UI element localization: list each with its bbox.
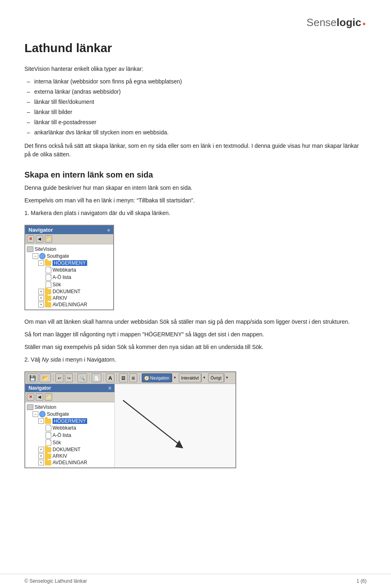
nav2-interaktivt-group: Interaktivt ▼ <box>179 373 207 382</box>
tree-label-hogermeny: HÖGERMENY <box>53 260 87 266</box>
navigation-label: Navigation <box>150 376 169 380</box>
section1-desc1: Denna guide beskriver hur man skapar en … <box>24 184 367 192</box>
expand2-btn-arkiv[interactable] <box>38 453 44 459</box>
nav-toolbar-1: ✕ ◀ 📁 <box>25 234 113 244</box>
step2-text2: i menyn i Navigatorn. <box>62 356 116 363</box>
separator-6 <box>139 374 140 382</box>
list-item: länkar till bilder <box>24 108 367 116</box>
tree-label-avdelningar: AVDELNINGAR <box>53 302 87 307</box>
tree2-label-avdelningar: AVDELNINGAR <box>53 460 87 465</box>
nav2-font-btn[interactable]: A <box>106 373 114 382</box>
nav-back-btn[interactable]: ◀ <box>36 235 43 243</box>
separator-3 <box>89 374 90 382</box>
tree-label-webbkarta: Webbkarta <box>53 267 76 273</box>
nav2-undo-btn[interactable]: ↩ <box>55 373 64 382</box>
step2-italic: Ny sida <box>42 356 61 363</box>
expand2-btn-southgate[interactable] <box>33 411 38 417</box>
nav2-ovrigt-group: Övrigt ▼ <box>208 373 230 382</box>
expand2-btn-dokument[interactable] <box>38 447 44 452</box>
list-item: länkar till e-postadresser <box>24 118 367 127</box>
expand-btn-arkiv[interactable] <box>38 295 44 301</box>
tree-item-sitevision: SiteVision <box>27 246 112 252</box>
expand-btn-dokument[interactable] <box>38 289 44 294</box>
tree2-item-hogermeny[interactable]: HÖGERMENY <box>27 418 113 424</box>
page2-icon-webbkarta <box>46 425 51 431</box>
tree-item-sok: Sök <box>27 281 112 288</box>
logo-sense: Sense <box>307 16 337 29</box>
nav2-interaktivt-arrow[interactable]: ▼ <box>201 373 207 382</box>
tree-item-webbkarta: Webbkarta <box>27 266 112 274</box>
nav2-close-btn[interactable]: ✕ <box>27 393 34 401</box>
navigation-icon: 🧭 <box>144 376 149 380</box>
page-icon-aolista <box>46 274 51 281</box>
nav2-menu-icon: ≡ <box>108 385 111 391</box>
nav2-folder-btn2[interactable]: 📁 <box>45 393 52 401</box>
nav2-navigation-arrow[interactable]: ▼ <box>172 373 178 382</box>
folder-icon-avdelningar <box>45 302 51 307</box>
expand-btn-avdelningar[interactable] <box>38 302 44 307</box>
step1: 1. Markera den plats i navigatorn där du… <box>24 209 367 217</box>
folder2-icon-arkiv <box>45 454 51 459</box>
tree-label: SiteVision <box>35 246 56 252</box>
step1-text: Markera den plats i navigatorn där du vi… <box>31 210 170 216</box>
expand2-btn-avdelningar[interactable] <box>38 460 44 465</box>
list-item: länkar till filer/dokument <box>24 98 367 106</box>
tree2-label-sok: Sök <box>53 440 61 445</box>
navigator-title-bar-1: Navigator ≡ <box>25 226 113 234</box>
step2-num: 2. <box>24 356 29 363</box>
separator-2 <box>75 374 75 382</box>
list-item: ankarlänkar dvs länkar till stycken inom… <box>24 128 367 137</box>
nav-folder-btn[interactable]: 📁 <box>45 235 52 243</box>
nav2-interaktivt-btn[interactable]: Interaktivt <box>179 373 201 382</box>
step2-text: Välj <box>31 356 40 363</box>
section1-heading: Skapa en intern länk som en sida <box>24 170 367 180</box>
intro-lead: SiteVision hanterar enkelt olika typer a… <box>24 65 367 73</box>
nav2-redo-btn[interactable]: ↪ <box>65 373 73 382</box>
nav2-page-btn[interactable]: 📄 <box>92 373 101 382</box>
nav2-save-btn[interactable]: 💾 <box>27 373 38 382</box>
globe-icon <box>39 253 46 259</box>
folder2-icon-dokument <box>45 447 51 452</box>
tree-label-aolista: A-Ö lista <box>53 274 71 280</box>
nav2-image-btn[interactable]: 🖼 <box>119 373 128 382</box>
tree2-item-sitevision: SiteVision <box>27 404 113 410</box>
tree-item-hogermeny[interactable]: HÖGERMENY <box>27 260 112 266</box>
list-item: interna länkar (webbsidor som finns på e… <box>24 77 367 86</box>
interaktivt-label: Interaktivt <box>181 376 199 380</box>
nav2-ovrigt-btn[interactable]: Övrigt <box>208 373 224 382</box>
tree2-item-sok: Sök <box>27 439 113 446</box>
nav2-navigation-btn[interactable]: 🧭 Navigation <box>142 373 171 382</box>
expand-btn-hogermeny[interactable] <box>38 260 44 266</box>
pc-icon <box>27 246 33 252</box>
nav2-zoom-btn[interactable]: 🔍 <box>77 373 87 382</box>
nav2-back-btn[interactable]: ◀ <box>36 393 43 401</box>
folder-icon-dokument <box>45 289 51 294</box>
tree2-label-sitevision: SiteVision <box>35 404 56 410</box>
nav2-tree: SiteVision Southgate HÖGERMENY <box>25 402 114 467</box>
nav2-ovrigt-arrow[interactable]: ▼ <box>224 373 230 382</box>
expand2-btn-hogermeny[interactable] <box>38 418 44 424</box>
nav2-table-btn[interactable]: ⊞ <box>129 373 137 382</box>
folder-icon-arkiv <box>45 296 51 301</box>
step2: 2. Välj Ny sida i menyn i Navigatorn. <box>24 355 367 364</box>
tree2-item-webbkarta: Webbkarta <box>27 424 113 432</box>
separator-5 <box>116 374 117 382</box>
nav2-tree-toolbar: ✕ ◀ 📁 <box>25 392 114 402</box>
globe2-icon <box>39 411 46 417</box>
expand-btn-southgate[interactable] <box>33 253 38 259</box>
tree2-label-aolista: A-Ö lista <box>53 432 71 438</box>
nav-close-btn[interactable]: ✕ <box>27 235 34 243</box>
nav2-toolbar: 💾 📂 ↩ ↪ 🔍 📄 A 🖼 ⊞ 🧭 Naviga <box>25 372 235 384</box>
logo-container: Senselogic✦ <box>24 16 367 29</box>
tree2-label-arkiv: ARKIV <box>53 453 67 459</box>
nav2-tree-panel: Navigator ≡ ✕ ◀ 📁 SiteVision <box>25 384 115 467</box>
navigator-panel-2: 💾 📂 ↩ ↪ 🔍 📄 A 🖼 ⊞ 🧭 Naviga <box>24 371 236 468</box>
nav2-navigation-group: 🧭 Navigation ▼ <box>142 373 177 382</box>
nav2-arrow-area <box>115 384 235 467</box>
pc2-icon <box>27 404 33 410</box>
navigator-panel-1: Navigator ≡ ✕ ◀ 📁 SiteVision Southgate <box>24 225 114 310</box>
footer: © Senselogic Lathund länkar 1 (6) <box>0 574 391 588</box>
nav2-open-btn[interactable]: 📂 <box>40 373 51 382</box>
section1-note5: Ställer man sig exempelvis på sidan Sök … <box>24 343 367 351</box>
section1-note4: Så fort man lägger till någonting nytt i… <box>24 330 367 339</box>
